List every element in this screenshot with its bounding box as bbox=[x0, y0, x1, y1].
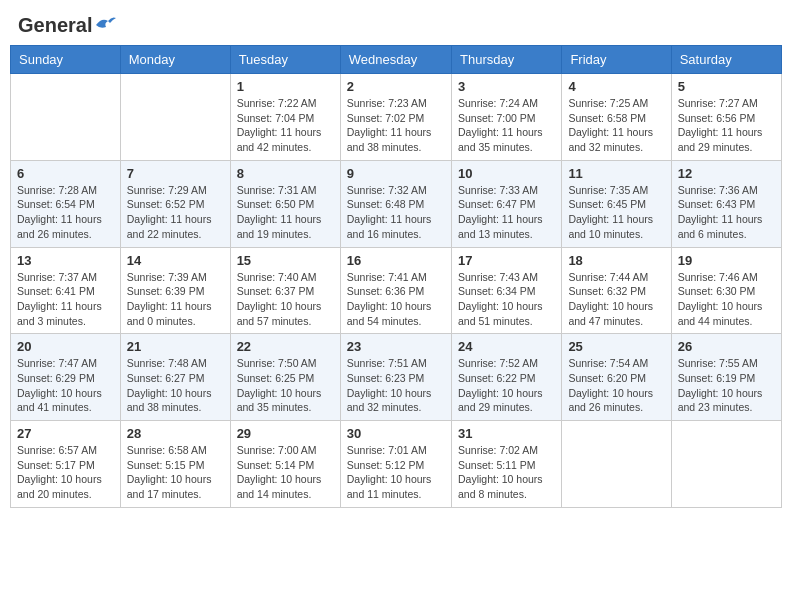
day-number: 30 bbox=[347, 426, 445, 441]
day-cell: 22Sunrise: 7:50 AM Sunset: 6:25 PM Dayli… bbox=[230, 334, 340, 421]
day-detail: Sunrise: 7:24 AM Sunset: 7:00 PM Dayligh… bbox=[458, 96, 555, 155]
day-cell: 9Sunrise: 7:32 AM Sunset: 6:48 PM Daylig… bbox=[340, 160, 451, 247]
day-cell: 16Sunrise: 7:41 AM Sunset: 6:36 PM Dayli… bbox=[340, 247, 451, 334]
day-cell: 15Sunrise: 7:40 AM Sunset: 6:37 PM Dayli… bbox=[230, 247, 340, 334]
day-number: 20 bbox=[17, 339, 114, 354]
day-detail: Sunrise: 7:23 AM Sunset: 7:02 PM Dayligh… bbox=[347, 96, 445, 155]
day-cell bbox=[120, 74, 230, 161]
day-detail: Sunrise: 7:27 AM Sunset: 6:56 PM Dayligh… bbox=[678, 96, 775, 155]
day-detail: Sunrise: 7:41 AM Sunset: 6:36 PM Dayligh… bbox=[347, 270, 445, 329]
day-cell: 1Sunrise: 7:22 AM Sunset: 7:04 PM Daylig… bbox=[230, 74, 340, 161]
day-detail: Sunrise: 7:39 AM Sunset: 6:39 PM Dayligh… bbox=[127, 270, 224, 329]
day-number: 21 bbox=[127, 339, 224, 354]
day-number: 17 bbox=[458, 253, 555, 268]
day-cell: 3Sunrise: 7:24 AM Sunset: 7:00 PM Daylig… bbox=[451, 74, 561, 161]
day-cell: 17Sunrise: 7:43 AM Sunset: 6:34 PM Dayli… bbox=[451, 247, 561, 334]
day-cell: 26Sunrise: 7:55 AM Sunset: 6:19 PM Dayli… bbox=[671, 334, 781, 421]
day-number: 18 bbox=[568, 253, 664, 268]
day-cell: 12Sunrise: 7:36 AM Sunset: 6:43 PM Dayli… bbox=[671, 160, 781, 247]
day-number: 22 bbox=[237, 339, 334, 354]
week-row-4: 20Sunrise: 7:47 AM Sunset: 6:29 PM Dayli… bbox=[11, 334, 782, 421]
day-cell: 6Sunrise: 7:28 AM Sunset: 6:54 PM Daylig… bbox=[11, 160, 121, 247]
day-number: 1 bbox=[237, 79, 334, 94]
day-number: 14 bbox=[127, 253, 224, 268]
day-detail: Sunrise: 7:33 AM Sunset: 6:47 PM Dayligh… bbox=[458, 183, 555, 242]
day-number: 25 bbox=[568, 339, 664, 354]
day-detail: Sunrise: 7:46 AM Sunset: 6:30 PM Dayligh… bbox=[678, 270, 775, 329]
day-detail: Sunrise: 7:51 AM Sunset: 6:23 PM Dayligh… bbox=[347, 356, 445, 415]
day-cell: 20Sunrise: 7:47 AM Sunset: 6:29 PM Dayli… bbox=[11, 334, 121, 421]
day-number: 6 bbox=[17, 166, 114, 181]
day-number: 28 bbox=[127, 426, 224, 441]
day-cell: 2Sunrise: 7:23 AM Sunset: 7:02 PM Daylig… bbox=[340, 74, 451, 161]
day-detail: Sunrise: 7:28 AM Sunset: 6:54 PM Dayligh… bbox=[17, 183, 114, 242]
day-number: 26 bbox=[678, 339, 775, 354]
day-detail: Sunrise: 7:32 AM Sunset: 6:48 PM Dayligh… bbox=[347, 183, 445, 242]
logo-bird-icon bbox=[94, 15, 116, 33]
col-header-thursday: Thursday bbox=[451, 46, 561, 74]
page-header: General bbox=[10, 10, 782, 37]
day-detail: Sunrise: 7:00 AM Sunset: 5:14 PM Dayligh… bbox=[237, 443, 334, 502]
day-number: 13 bbox=[17, 253, 114, 268]
day-detail: Sunrise: 7:43 AM Sunset: 6:34 PM Dayligh… bbox=[458, 270, 555, 329]
day-detail: Sunrise: 7:01 AM Sunset: 5:12 PM Dayligh… bbox=[347, 443, 445, 502]
day-detail: Sunrise: 7:47 AM Sunset: 6:29 PM Dayligh… bbox=[17, 356, 114, 415]
day-cell: 14Sunrise: 7:39 AM Sunset: 6:39 PM Dayli… bbox=[120, 247, 230, 334]
day-headers-row: SundayMondayTuesdayWednesdayThursdayFrid… bbox=[11, 46, 782, 74]
logo: General bbox=[18, 14, 116, 33]
day-cell: 25Sunrise: 7:54 AM Sunset: 6:20 PM Dayli… bbox=[562, 334, 671, 421]
day-cell: 29Sunrise: 7:00 AM Sunset: 5:14 PM Dayli… bbox=[230, 421, 340, 508]
day-number: 24 bbox=[458, 339, 555, 354]
day-cell: 27Sunrise: 6:57 AM Sunset: 5:17 PM Dayli… bbox=[11, 421, 121, 508]
day-number: 11 bbox=[568, 166, 664, 181]
col-header-wednesday: Wednesday bbox=[340, 46, 451, 74]
day-cell: 28Sunrise: 6:58 AM Sunset: 5:15 PM Dayli… bbox=[120, 421, 230, 508]
day-number: 12 bbox=[678, 166, 775, 181]
day-detail: Sunrise: 7:52 AM Sunset: 6:22 PM Dayligh… bbox=[458, 356, 555, 415]
day-cell: 10Sunrise: 7:33 AM Sunset: 6:47 PM Dayli… bbox=[451, 160, 561, 247]
day-cell: 31Sunrise: 7:02 AM Sunset: 5:11 PM Dayli… bbox=[451, 421, 561, 508]
day-number: 2 bbox=[347, 79, 445, 94]
day-cell: 7Sunrise: 7:29 AM Sunset: 6:52 PM Daylig… bbox=[120, 160, 230, 247]
col-header-saturday: Saturday bbox=[671, 46, 781, 74]
day-number: 7 bbox=[127, 166, 224, 181]
day-detail: Sunrise: 7:54 AM Sunset: 6:20 PM Dayligh… bbox=[568, 356, 664, 415]
calendar-table: SundayMondayTuesdayWednesdayThursdayFrid… bbox=[10, 45, 782, 508]
day-detail: Sunrise: 7:48 AM Sunset: 6:27 PM Dayligh… bbox=[127, 356, 224, 415]
day-number: 31 bbox=[458, 426, 555, 441]
day-number: 27 bbox=[17, 426, 114, 441]
day-detail: Sunrise: 7:31 AM Sunset: 6:50 PM Dayligh… bbox=[237, 183, 334, 242]
day-detail: Sunrise: 6:57 AM Sunset: 5:17 PM Dayligh… bbox=[17, 443, 114, 502]
week-row-2: 6Sunrise: 7:28 AM Sunset: 6:54 PM Daylig… bbox=[11, 160, 782, 247]
day-cell: 4Sunrise: 7:25 AM Sunset: 6:58 PM Daylig… bbox=[562, 74, 671, 161]
day-number: 16 bbox=[347, 253, 445, 268]
day-cell: 19Sunrise: 7:46 AM Sunset: 6:30 PM Dayli… bbox=[671, 247, 781, 334]
day-cell: 5Sunrise: 7:27 AM Sunset: 6:56 PM Daylig… bbox=[671, 74, 781, 161]
day-cell: 21Sunrise: 7:48 AM Sunset: 6:27 PM Dayli… bbox=[120, 334, 230, 421]
week-row-1: 1Sunrise: 7:22 AM Sunset: 7:04 PM Daylig… bbox=[11, 74, 782, 161]
col-header-tuesday: Tuesday bbox=[230, 46, 340, 74]
col-header-sunday: Sunday bbox=[11, 46, 121, 74]
day-number: 29 bbox=[237, 426, 334, 441]
day-detail: Sunrise: 7:29 AM Sunset: 6:52 PM Dayligh… bbox=[127, 183, 224, 242]
day-detail: Sunrise: 7:35 AM Sunset: 6:45 PM Dayligh… bbox=[568, 183, 664, 242]
day-cell: 8Sunrise: 7:31 AM Sunset: 6:50 PM Daylig… bbox=[230, 160, 340, 247]
day-cell: 30Sunrise: 7:01 AM Sunset: 5:12 PM Dayli… bbox=[340, 421, 451, 508]
day-cell: 24Sunrise: 7:52 AM Sunset: 6:22 PM Dayli… bbox=[451, 334, 561, 421]
day-cell: 18Sunrise: 7:44 AM Sunset: 6:32 PM Dayli… bbox=[562, 247, 671, 334]
day-cell bbox=[11, 74, 121, 161]
day-number: 15 bbox=[237, 253, 334, 268]
week-row-5: 27Sunrise: 6:57 AM Sunset: 5:17 PM Dayli… bbox=[11, 421, 782, 508]
day-number: 19 bbox=[678, 253, 775, 268]
day-cell bbox=[562, 421, 671, 508]
day-number: 3 bbox=[458, 79, 555, 94]
day-detail: Sunrise: 7:44 AM Sunset: 6:32 PM Dayligh… bbox=[568, 270, 664, 329]
day-number: 23 bbox=[347, 339, 445, 354]
day-cell: 13Sunrise: 7:37 AM Sunset: 6:41 PM Dayli… bbox=[11, 247, 121, 334]
day-detail: Sunrise: 7:02 AM Sunset: 5:11 PM Dayligh… bbox=[458, 443, 555, 502]
day-detail: Sunrise: 7:50 AM Sunset: 6:25 PM Dayligh… bbox=[237, 356, 334, 415]
day-detail: Sunrise: 6:58 AM Sunset: 5:15 PM Dayligh… bbox=[127, 443, 224, 502]
col-header-friday: Friday bbox=[562, 46, 671, 74]
day-cell: 23Sunrise: 7:51 AM Sunset: 6:23 PM Dayli… bbox=[340, 334, 451, 421]
day-detail: Sunrise: 7:55 AM Sunset: 6:19 PM Dayligh… bbox=[678, 356, 775, 415]
